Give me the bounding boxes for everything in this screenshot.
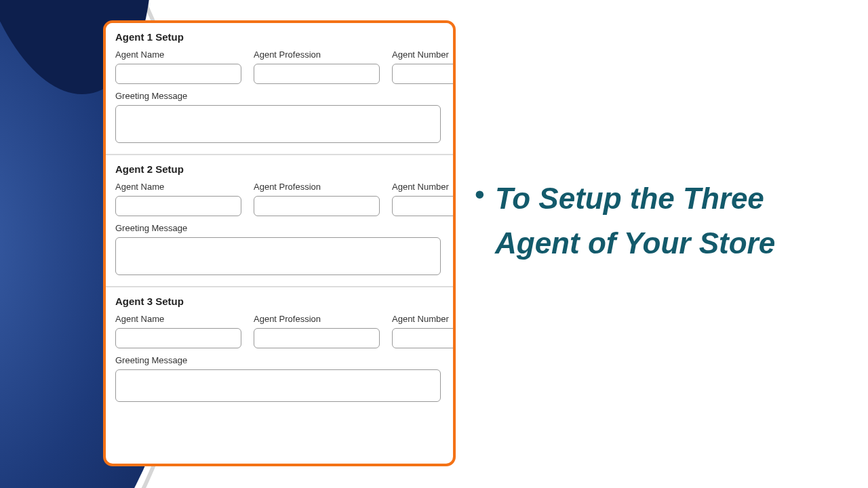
agent-2-row: Agent Name Agent Profession Agent Number — [115, 182, 443, 216]
callout-text: To Setup the Three Agent of Your Store — [495, 182, 775, 260]
agent-3-title: Agent 3 Setup — [115, 296, 443, 307]
agent-3-profession-field: Agent Profession — [254, 314, 380, 348]
agent-1-greeting-field: Greeting Message — [115, 91, 443, 143]
agent-2-number-input[interactable] — [392, 196, 456, 216]
agent-1-name-field: Agent Name — [115, 49, 241, 84]
agent-2-number-field: Agent Number — [392, 182, 456, 216]
agent-2-title: Agent 2 Setup — [115, 163, 443, 175]
agent-3-number-input[interactable] — [392, 328, 456, 348]
agent-1-number-input[interactable] — [392, 64, 456, 84]
agent-1-title: Agent 1 Setup — [115, 31, 443, 43]
agent-1-number-field: Agent Number — [392, 49, 456, 84]
callout-item: To Setup the Three Agent of Your Store — [495, 176, 854, 266]
agent-1-section: Agent 1 Setup Agent Name Agent Professio… — [106, 23, 453, 155]
agent-1-greeting-label: Greeting Message — [115, 91, 443, 101]
agent-3-number-label: Agent Number — [392, 314, 456, 324]
agent-1-profession-field: Agent Profession — [254, 49, 380, 84]
agent-1-number-label: Agent Number — [392, 49, 456, 60]
agent-2-name-input[interactable] — [115, 196, 241, 216]
callout-list: To Setup the Three Agent of Your Store — [475, 176, 854, 266]
agent-3-greeting-label: Greeting Message — [115, 355, 443, 365]
agent-3-name-input[interactable] — [115, 328, 241, 348]
agent-2-name-field: Agent Name — [115, 182, 241, 216]
agent-3-number-field: Agent Number — [392, 314, 456, 348]
slide-callout: To Setup the Three Agent of Your Store — [475, 176, 854, 266]
agent-1-greeting-input[interactable] — [115, 105, 441, 143]
agent-2-profession-field: Agent Profession — [254, 182, 380, 216]
agent-3-section: Agent 3 Setup Agent Name Agent Professio… — [106, 287, 453, 413]
agent-2-profession-input[interactable] — [254, 196, 380, 216]
agent-1-row: Agent Name Agent Profession Agent Number — [115, 49, 443, 84]
agent-2-greeting-label: Greeting Message — [115, 223, 443, 233]
agent-3-profession-input[interactable] — [254, 328, 380, 348]
agent-1-profession-label: Agent Profession — [254, 49, 380, 60]
agent-2-name-label: Agent Name — [115, 182, 241, 192]
agent-setup-form-panel: Agent 1 Setup Agent Name Agent Professio… — [103, 20, 456, 466]
agent-2-greeting-field: Greeting Message — [115, 223, 443, 275]
agent-1-name-input[interactable] — [115, 64, 241, 84]
agent-2-greeting-input[interactable] — [115, 237, 441, 275]
agent-3-row: Agent Name Agent Profession Agent Number — [115, 314, 443, 348]
agent-3-name-field: Agent Name — [115, 314, 241, 348]
agent-2-number-label: Agent Number — [392, 182, 456, 192]
agent-3-greeting-field: Greeting Message — [115, 355, 443, 402]
agent-3-greeting-input[interactable] — [115, 369, 441, 402]
agent-3-name-label: Agent Name — [115, 314, 241, 324]
agent-1-profession-input[interactable] — [254, 64, 380, 84]
agent-3-profession-label: Agent Profession — [254, 314, 380, 324]
agent-2-profession-label: Agent Profession — [254, 182, 380, 192]
agent-1-name-label: Agent Name — [115, 49, 241, 60]
agent-2-section: Agent 2 Setup Agent Name Agent Professio… — [106, 155, 453, 287]
